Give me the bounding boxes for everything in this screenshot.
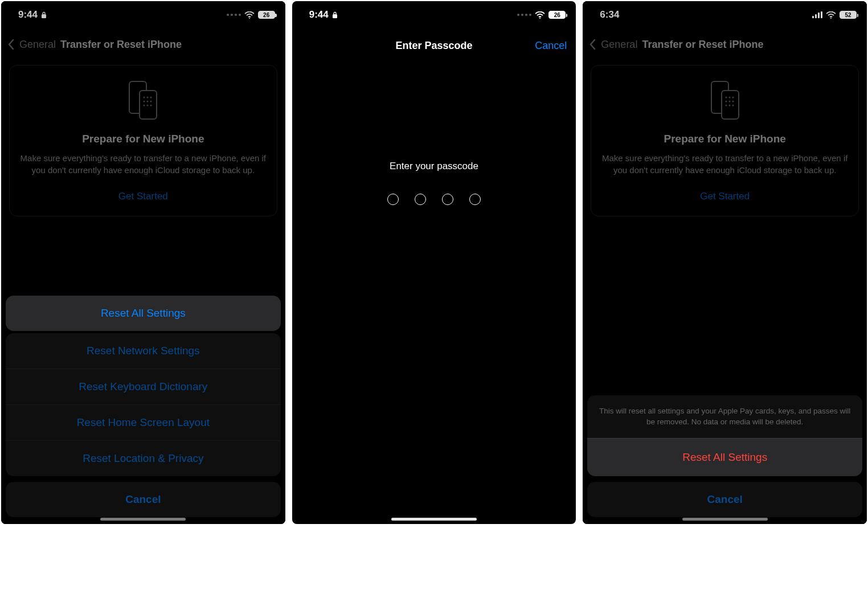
confirm-message: This will reset all settings and your Ap… (587, 395, 862, 438)
home-indicator[interactable] (682, 518, 768, 521)
screenshot-1-reset-menu: General Transfer or Reset iPhone Prepare… (1, 1, 285, 524)
cellular-dots-icon (227, 14, 241, 16)
reset-all-settings-button[interactable]: Reset All Settings (587, 438, 862, 476)
status-time: 6:34 (600, 9, 619, 21)
home-indicator[interactable] (100, 518, 186, 521)
passcode-body: Enter your passcode (292, 161, 576, 205)
passcode-dot (442, 194, 453, 205)
cancel-button[interactable]: Cancel (535, 40, 567, 52)
reset-location-button[interactable]: Reset Location & Privacy (6, 440, 281, 476)
status-bar: 6:34 52 (583, 1, 867, 28)
confirm-action-sheet: This will reset all settings and your Ap… (587, 395, 862, 517)
battery-level: 26 (554, 12, 560, 18)
reset-network-button[interactable]: Reset Network Settings (6, 333, 281, 369)
lock-icon (332, 11, 338, 19)
screenshot-2-passcode: 9:44 26 Enter Passcode Cancel Enter your… (292, 1, 576, 524)
wifi-icon (244, 11, 255, 19)
passcode-header: Enter Passcode Cancel (292, 33, 576, 59)
battery-level: 26 (263, 12, 269, 18)
battery-icon: 26 (258, 11, 275, 19)
cancel-button[interactable]: Cancel (587, 482, 862, 517)
svg-point-12 (249, 18, 250, 19)
cellular-bars-icon (812, 11, 822, 18)
status-bar: 9:44 26 (292, 1, 576, 28)
svg-point-26 (830, 18, 832, 19)
passcode-title: Enter Passcode (395, 40, 472, 52)
wifi-icon (535, 11, 545, 19)
status-time: 9:44 (18, 9, 38, 21)
passcode-input[interactable] (292, 194, 576, 205)
passcode-dot (387, 194, 399, 205)
passcode-prompt: Enter your passcode (292, 161, 576, 172)
home-indicator[interactable] (391, 518, 477, 521)
svg-rect-11 (42, 14, 46, 18)
lock-icon (41, 11, 47, 19)
wifi-icon (826, 11, 836, 19)
reset-action-sheet: Reset All Settings Reset Network Setting… (6, 296, 281, 517)
status-bar: 9:44 26 (1, 1, 285, 28)
svg-point-14 (539, 18, 541, 19)
passcode-dot (469, 194, 481, 205)
battery-icon: 52 (840, 11, 857, 19)
svg-rect-13 (333, 14, 337, 18)
cancel-button[interactable]: Cancel (6, 482, 281, 517)
cellular-dots-icon (517, 14, 531, 16)
reset-all-settings-button[interactable]: Reset All Settings (6, 296, 281, 331)
battery-icon: 26 (548, 11, 566, 19)
status-time: 9:44 (309, 9, 329, 21)
reset-keyboard-button[interactable]: Reset Keyboard Dictionary (6, 369, 281, 404)
passcode-dot (415, 194, 426, 205)
battery-level: 52 (845, 12, 851, 18)
reset-home-button[interactable]: Reset Home Screen Layout (6, 404, 281, 440)
screenshot-3-confirm: General Transfer or Reset iPhone Prepare… (583, 1, 867, 524)
